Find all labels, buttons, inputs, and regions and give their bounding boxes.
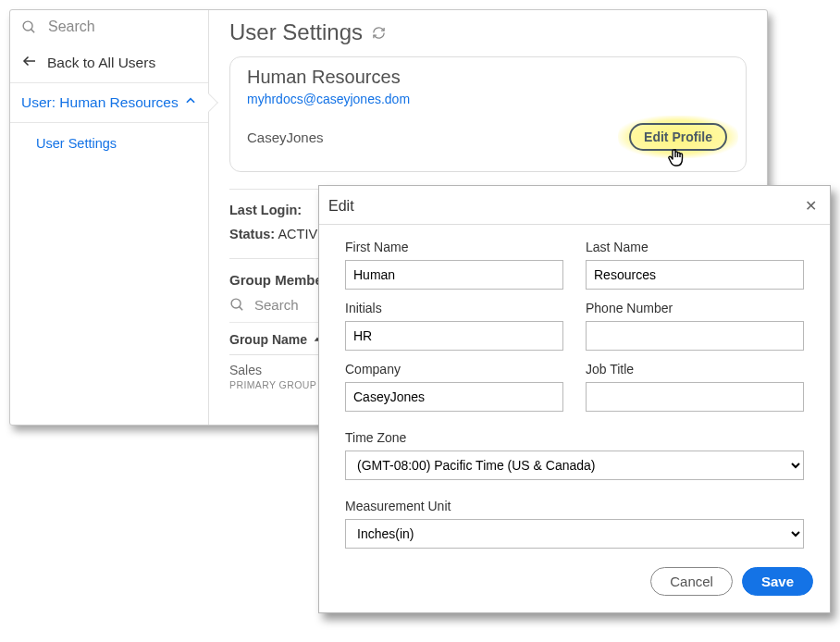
cancel-button[interactable]: Cancel xyxy=(650,567,733,596)
svg-line-4 xyxy=(240,307,243,311)
back-to-users[interactable]: Back to All Users xyxy=(10,43,208,83)
initials-input[interactable] xyxy=(345,321,563,351)
initials-label: Initials xyxy=(345,301,563,315)
status-label: Status: xyxy=(229,227,275,241)
close-icon[interactable]: ✕ xyxy=(805,197,817,215)
edit-profile-modal: Edit ✕ First Name Last Name Initials Pho… xyxy=(318,185,831,613)
pointer-cursor-icon xyxy=(667,147,689,176)
save-button[interactable]: Save xyxy=(742,567,813,596)
sidebar-search[interactable] xyxy=(10,10,208,43)
sidebar-user-item[interactable]: User: Human Resources xyxy=(10,83,208,123)
page-title: User Settings xyxy=(229,19,747,45)
search-icon xyxy=(229,297,245,313)
job-title-input[interactable] xyxy=(586,382,804,412)
company-input[interactable] xyxy=(345,382,563,412)
search-icon xyxy=(21,19,37,35)
page-title-text: User Settings xyxy=(229,19,363,45)
modal-title: Edit xyxy=(328,198,354,215)
first-name-input[interactable] xyxy=(345,260,563,290)
company-label: Company xyxy=(345,362,563,377)
last-name-input[interactable] xyxy=(586,260,804,290)
time-zone-label: Time Zone xyxy=(345,430,804,445)
svg-point-0 xyxy=(23,21,32,31)
profile-company: CaseyJones xyxy=(247,130,324,145)
job-title-label: Job Title xyxy=(586,362,804,377)
first-name-label: First Name xyxy=(345,240,563,254)
group-search-placeholder: Search xyxy=(254,297,299,313)
sidebar-user-label: User: Human Resources xyxy=(21,94,179,111)
svg-point-3 xyxy=(231,299,241,308)
refresh-icon[interactable] xyxy=(372,19,386,45)
profile-name: Human Resources xyxy=(247,67,727,88)
modal-footer: Cancel Save xyxy=(319,554,830,612)
sidebar: Back to All Users User: Human Resources … xyxy=(10,10,209,425)
measurement-unit-select[interactable]: Inches(in) xyxy=(345,519,804,549)
modal-header: Edit ✕ xyxy=(319,188,830,225)
profile-email[interactable]: myhrdocs@caseyjones.dom xyxy=(247,92,727,106)
edit-profile-wrap: Edit Profile xyxy=(629,123,727,151)
last-name-label: Last Name xyxy=(586,240,804,254)
sidebar-subitem-user-settings[interactable]: User Settings xyxy=(10,123,208,164)
phone-label: Phone Number xyxy=(586,301,804,315)
sidebar-search-input[interactable] xyxy=(46,18,197,36)
svg-line-1 xyxy=(31,29,35,32)
col-group-name: Group Name xyxy=(229,332,307,347)
last-login-label: Last Login: xyxy=(229,203,302,217)
chevron-up-icon xyxy=(184,94,197,111)
back-label: Back to All Users xyxy=(47,55,155,71)
modal-body: First Name Last Name Initials Phone Numb… xyxy=(319,225,830,554)
phone-input[interactable] xyxy=(586,321,804,351)
profile-card: Human Resources myhrdocs@caseyjones.dom … xyxy=(229,56,747,172)
time-zone-select[interactable]: (GMT-08:00) Pacific Time (US & Canada) xyxy=(345,451,804,480)
arrow-left-icon xyxy=(21,53,38,73)
measurement-unit-label: Measurement Unit xyxy=(345,499,804,513)
